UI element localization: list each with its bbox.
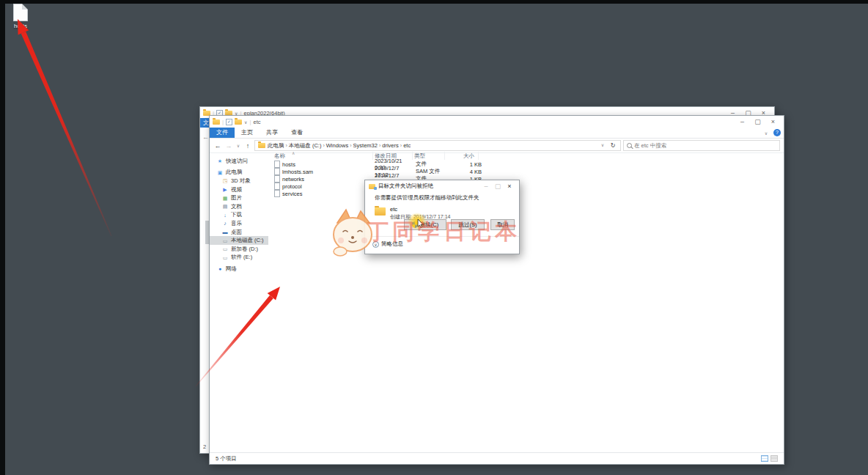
sidebar-item-label: 图片 [231, 194, 242, 202]
window-title: etc [254, 119, 261, 125]
breadcrumb-item[interactable]: › drivers [379, 142, 399, 149]
up-button[interactable]: ↑ [243, 142, 252, 150]
sidebar-item-label: 本地磁盘 (C:) [231, 237, 264, 244]
sidebar-item[interactable]: ▭ 软件 (E:) [210, 254, 268, 262]
column-header-date[interactable]: 修改日期 [373, 152, 413, 160]
file-row[interactable]: hosts 2023/10/21 0:30 文件 1 KB [268, 161, 784, 168]
sidebar-item[interactable]: ▭ 新加卷 (D:) [210, 245, 268, 254]
column-header-name[interactable]: 名称 [268, 152, 373, 160]
maximize-button[interactable]: ▢ [750, 117, 765, 127]
search-icon [627, 143, 632, 148]
file-icon [274, 183, 280, 190]
sidebar-item[interactable]: ▭ 本地磁盘 (C:) [210, 236, 268, 245]
tab-home[interactable]: 主页 [235, 128, 260, 138]
access-denied-dialog: 目标文件夹访问被拒绝 – ▢ × 你需要提供管理员权限才能移动到此文件夹 etc… [364, 180, 520, 254]
file-row[interactable]: networks 2019/12/7 17:12 文件 1 KB [268, 175, 784, 183]
file-row[interactable]: lmhosts.sam 2019/12/7 17:12 SAM 文件 4 KB [268, 168, 784, 175]
file-icon [13, 4, 28, 21]
refresh-icon[interactable]: ↻ [608, 142, 617, 149]
dialog-message: 你需要提供管理员权限才能移动到此文件夹 [365, 192, 519, 202]
search-input[interactable] [634, 142, 776, 149]
breadcrumb-separator-icon: › [286, 143, 287, 148]
sidebar-item-icon: ▬ [222, 229, 228, 235]
cancel-button[interactable]: 取消 [490, 219, 515, 230]
checkmark-icon: ✓ [226, 119, 232, 125]
cancel-button-label: 取消 [497, 221, 508, 229]
breadcrumb-separator-icon: › [379, 143, 380, 148]
breadcrumb-item[interactable]: › Windows [323, 142, 348, 149]
forward-button[interactable]: → [224, 142, 233, 150]
file-list: ∧ 名称 修改日期 类型 大小 hosts 2023/10/21 [268, 151, 784, 453]
large-icons-view-button[interactable] [770, 455, 778, 462]
sidebar-item-label: 桌面 [231, 229, 242, 236]
address-dropdown-icon[interactable]: ∨ [600, 142, 606, 149]
tab-view[interactable]: 查看 [284, 128, 309, 138]
details-toggle[interactable]: ∨ 简略信息 [372, 240, 403, 248]
expand-ribbon-icon[interactable]: ∨ [763, 130, 769, 136]
sidebar-item[interactable]: ↓ 下载 [210, 211, 268, 220]
close-button[interactable]: × [504, 182, 515, 191]
breadcrumb-item[interactable]: › System32 [350, 142, 378, 149]
mouse-cursor-icon [417, 219, 424, 229]
dialog-separator [365, 236, 519, 237]
chevron-circle-icon: ∨ [372, 241, 379, 248]
column-header-type[interactable]: 类型 [413, 152, 445, 160]
folder-icon [235, 119, 242, 125]
sidebar-item-icon: ★ [217, 158, 223, 163]
breadcrumb-separator-icon: › [400, 143, 402, 148]
sidebar-item[interactable]: ♪ 音乐 [210, 219, 268, 228]
minimize-button: – [480, 182, 492, 191]
sidebar-item-label: 新加卷 (D:) [231, 246, 258, 253]
breadcrumb-separator-icon: › [350, 143, 351, 148]
skip-button[interactable]: 跳过(S) [451, 219, 485, 230]
sidebar-item[interactable]: ● 网络 [210, 265, 268, 273]
breadcrumb-item[interactable]: › 此电脑 [268, 142, 284, 150]
breadcrumb-item[interactable]: › etc [400, 142, 411, 149]
screen: hosts | ✓ ∨ | eplan2022(64bit) – ▢ × 文 ←… [0, 0, 868, 475]
desktop-icon-hosts[interactable]: hosts [7, 4, 34, 29]
file-row[interactable]: services [268, 190, 784, 197]
sidebar-item[interactable]: ◳ 3D 对象 [210, 177, 268, 185]
sidebar-item-label: 音乐 [231, 220, 242, 227]
sidebar-item-label: 视频 [231, 186, 242, 194]
chevron-down-icon[interactable]: ∨ [244, 119, 247, 125]
sidebar-item[interactable]: ▣ 此电脑 [210, 169, 268, 177]
sidebar-item[interactable]: ▦ 图片 [210, 194, 268, 202]
sidebar-item[interactable]: ★ 快速访问 [210, 157, 268, 166]
titlebar: | ✓ ∨ | etc – ▢ × [210, 116, 784, 128]
minimize-button[interactable]: – [735, 117, 750, 127]
details-view-button[interactable] [761, 455, 768, 462]
column-header-size[interactable]: 大小 [445, 152, 479, 160]
search-box[interactable] [623, 140, 780, 151]
file-icon [274, 175, 280, 183]
address-bar[interactable]: › 此电脑 › 本地磁盘 (C:) › Windows [254, 140, 621, 151]
folder-icon [258, 143, 265, 148]
window-etc-explorer: | ✓ ∨ | etc – ▢ × 文件 主页 共享 查看 ∨ ? ← → [209, 115, 784, 465]
sidebar-item[interactable]: ▤ 文档 [210, 202, 268, 211]
sidebar-item[interactable]: ▶ 视频 [210, 185, 268, 194]
help-icon[interactable]: ? [773, 129, 781, 136]
ribbon-tabs: 文件 主页 共享 查看 ∨ ? [210, 128, 784, 139]
sidebar-item-icon: ▤ [222, 204, 228, 209]
dialog-titlebar: 目标文件夹访问被拒绝 – ▢ × [365, 180, 519, 192]
folder-icon [213, 119, 220, 125]
sidebar-item-label: 快速访问 [226, 158, 248, 165]
file-icon [274, 161, 280, 168]
sidebar-item-icon: ◳ [222, 178, 228, 183]
breadcrumb-item[interactable]: › 本地磁盘 (C:) [286, 142, 322, 150]
recent-locations-icon[interactable]: ∨ [235, 143, 241, 148]
file-icon [274, 190, 280, 197]
sidebar-item-icon: ▭ [222, 246, 228, 251]
item-count: 5 个项目 [216, 455, 237, 463]
move-file-icon [369, 184, 375, 189]
dialog-folder-item: etc 创建日期: 2019/12/7 17:14 [375, 206, 519, 221]
back-button[interactable]: ← [213, 142, 222, 150]
folder-icon [375, 207, 386, 216]
tab-file[interactable]: 文件 [210, 128, 235, 138]
tab-share[interactable]: 共享 [260, 128, 284, 138]
sidebar-item[interactable]: ▬ 桌面 [210, 228, 268, 237]
skip-button-label: 跳过(S) [459, 221, 477, 229]
close-button[interactable]: × [765, 117, 781, 127]
file-row[interactable]: protocol [268, 183, 784, 190]
sidebar-item-icon: ▦ [222, 196, 228, 201]
